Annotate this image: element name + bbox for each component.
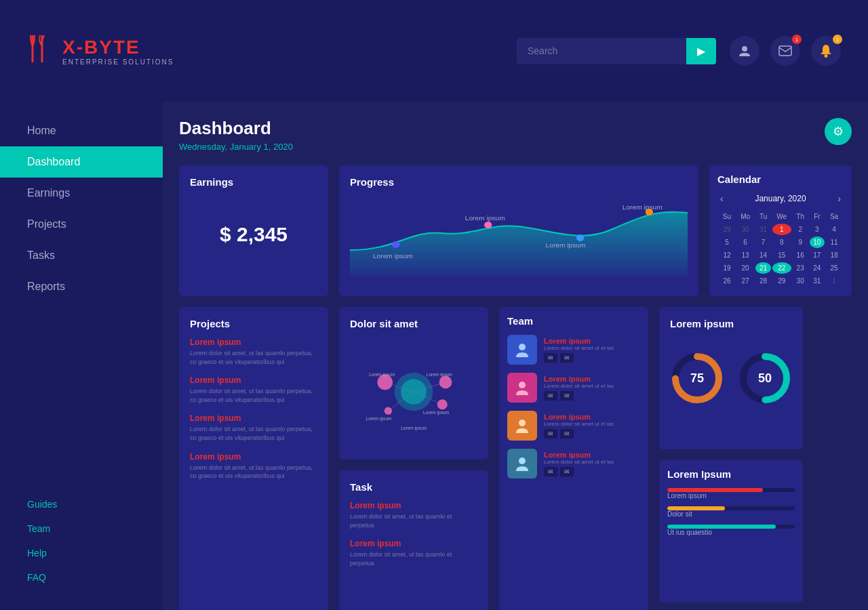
notification-icon-button[interactable]: 1 [811,36,841,66]
cal-cell[interactable]: 4 [826,224,842,235]
mail-badge: 1 [792,35,802,44]
sidebar-item-guides[interactable]: Guides [0,492,163,516]
logo: X-BYTE ENTERPRISE SOLUTIONS [27,32,174,70]
svg-text:Lorem ipsum: Lorem ipsum [546,242,586,249]
search-button[interactable]: ▶ [686,38,716,64]
cal-cell[interactable]: 24 [810,262,825,274]
cal-cell[interactable]: 15 [772,249,791,261]
cal-cell[interactable]: 6 [736,237,754,248]
cal-cell[interactable]: 9 [793,237,808,248]
cal-cell[interactable]: 3 [810,224,825,235]
member-actions-2: ✉ ✉ [544,391,640,401]
sidebar-item-dashboard[interactable]: Dashboard [0,146,163,178]
project-name-4: Lorem ipsum [190,452,317,462]
logo-icon [27,32,54,70]
mail-icon-button[interactable]: 1 [770,36,800,66]
sidebar-item-help[interactable]: Help [0,541,163,565]
cal-cell[interactable]: 8 [772,237,791,248]
search-input[interactable] [517,39,686,63]
team-member-4: Lorem ipsum Lorem dolor sit amet ut et l… [507,449,640,479]
task-name-2: Lorem ipsum [350,539,477,548]
cal-cell[interactable]: 19 [719,262,735,274]
project-name-2: Lorem ipsum [190,375,317,385]
user-icon-button[interactable] [730,36,760,66]
cal-cell[interactable]: 20 [736,262,754,274]
cal-cell[interactable]: 11 [826,237,842,248]
member-name-4: Lorem ipsum [544,451,640,459]
dolor-chart: Lorem ipsum Lorem ipsum Lorem ipsum Lore… [350,338,477,446]
dolor-card: Dolor sit amet [339,307,488,460]
calendar-month: January, 2020 [755,194,806,203]
cal-cell[interactable]: 31 [810,275,825,287]
projects-card: Projects Lorem ipsum Lorem dolor sit ame… [179,307,328,610]
cal-cell[interactable]: 22 [772,262,791,274]
svg-text:Lorem ipsum: Lorem ipsum [427,372,453,378]
cal-cell[interactable]: 31 [755,224,771,235]
calendar-prev[interactable]: ‹ [717,193,726,204]
svg-point-31 [519,420,526,426]
member-msg-btn-4[interactable]: ✉ [544,467,557,476]
cal-cell[interactable]: 16 [793,249,808,261]
page-heading: Dashboard Wednesday, January 1, 2020 [179,118,293,152]
svg-point-3 [742,46,747,52]
widget-title: Lorem ipsum [670,318,792,329]
content-area: Dashboard Wednesday, January 1, 2020 ⚙ E… [163,102,868,610]
member-call-btn-2[interactable]: ✉ [560,391,574,401]
project-desc-3: Lorem dolor sit amet, ut las quamlo perp… [190,425,317,442]
calendar-next[interactable]: › [835,193,844,204]
member-actions-1: ✉ ✉ [544,353,640,363]
cal-cell[interactable]: 27 [736,275,754,287]
cal-day-mo: Mo [736,211,754,222]
member-name-3: Lorem ipsum [544,413,640,421]
cal-day-sa: Sa [826,211,842,222]
cal-cell[interactable]: 1 [772,224,791,235]
member-info-4: Lorem ipsum Lorem dolor sit amet ut et l… [544,451,640,476]
cal-cell[interactable]: 1 [826,275,842,287]
sidebar-item-team[interactable]: Team [0,516,163,541]
cal-cell[interactable]: 23 [793,262,808,274]
page-date: Wednesday, January 1, 2020 [179,142,293,152]
member-call-btn-4[interactable]: ✉ [560,467,574,476]
svg-point-8 [576,235,584,241]
cal-cell[interactable]: 17 [810,249,825,261]
member-call-btn-3[interactable]: ✉ [560,429,574,439]
member-msg-btn-2[interactable]: ✉ [544,391,557,401]
member-msg-btn-1[interactable]: ✉ [544,353,557,363]
cal-cell[interactable]: 30 [736,224,754,235]
sidebar-item-earnings[interactable]: Earnings [0,178,163,209]
cal-cell[interactable]: 18 [826,249,842,261]
sidebar-item-faq[interactable]: FAQ [0,565,163,590]
cal-cell[interactable]: 30 [793,275,808,287]
cal-cell[interactable]: 7 [755,237,771,248]
settings-button[interactable]: ⚙ [825,118,852,145]
cal-cell[interactable]: 29 [719,224,735,235]
cal-cell[interactable]: 25 [826,262,842,274]
sidebar-item-home[interactable]: Home [0,115,163,146]
cal-cell[interactable]: 21 [755,262,771,274]
task-item-1: Lorem ipsum Lorem dolor sit amet, ut las… [350,501,477,529]
cal-cell[interactable]: 2 [793,224,808,235]
cal-cell[interactable]: 13 [736,249,754,261]
avatar-2 [507,373,537,403]
svg-text:Lorem ipsum: Lorem ipsum [373,253,413,260]
cal-cell[interactable]: 26 [719,275,735,287]
member-call-btn-1[interactable]: ✉ [560,353,574,363]
calendar-card: Calendar ‹ January, 2020 › Su Mo Tu We T… [709,165,852,296]
member-msg-btn-3[interactable]: ✉ [544,429,557,439]
cal-cell[interactable]: 28 [755,275,771,287]
sidebar-item-reports[interactable]: Reports [0,271,163,302]
task-name-1: Lorem ipsum [350,501,477,510]
cal-cell[interactable]: 5 [719,237,735,248]
sidebar-item-tasks[interactable]: Tasks [0,240,163,271]
header: X-BYTE ENTERPRISE SOLUTIONS ▶ 1 [0,0,868,102]
cal-day-th: Th [793,211,808,222]
cal-cell[interactable]: 12 [719,249,735,261]
svg-text:Lorem ipsum: Lorem ipsum [465,215,505,222]
member-desc-4: Lorem dolor sit amet ut et las [544,459,640,465]
svg-point-29 [519,344,526,350]
sidebar-item-projects[interactable]: Projects [0,209,163,240]
cal-cell[interactable]: 14 [755,249,771,261]
cal-cell[interactable]: 10 [810,237,825,248]
cal-cell[interactable]: 29 [772,275,791,287]
calendar-nav: ‹ January, 2020 › [717,193,844,204]
